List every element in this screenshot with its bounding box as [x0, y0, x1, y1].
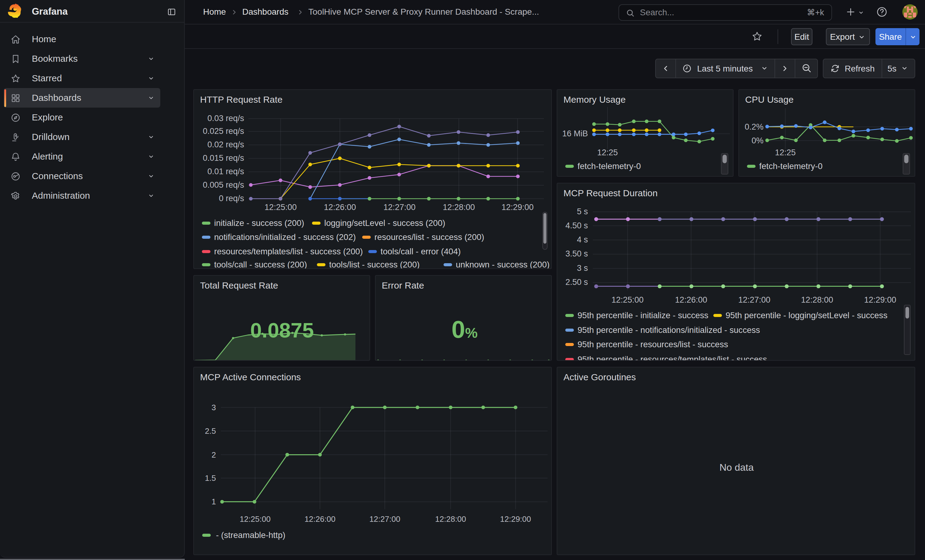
svg-text:3.50 s: 3.50 s: [565, 249, 588, 258]
svg-text:0.025 req/s: 0.025 req/s: [203, 126, 244, 136]
svg-text:3: 3: [212, 403, 216, 412]
svg-text:12:27:00: 12:27:00: [738, 295, 770, 305]
svg-text:0.0875: 0.0875: [250, 318, 314, 342]
svg-text:4.50 s: 4.50 s: [565, 221, 588, 230]
svg-text:tools/call - success (200): tools/call - success (200): [214, 260, 307, 269]
svg-text:- (streamable-http): - (streamable-http): [216, 530, 285, 540]
svg-text:16 MiB: 16 MiB: [562, 129, 588, 138]
svg-text:12:29:00: 12:29:00: [864, 295, 896, 305]
svg-text:12:29:00: 12:29:00: [500, 515, 531, 524]
svg-text:12:25:00: 12:25:00: [240, 515, 270, 524]
svg-text:2: 2: [212, 450, 216, 459]
svg-text:12:25: 12:25: [597, 148, 618, 157]
svg-text:logging/setLevel - success (20: logging/setLevel - success (200): [324, 218, 445, 228]
svg-text:5 s: 5 s: [577, 207, 588, 216]
svg-text:resources/list - success (200): resources/list - success (200): [374, 232, 484, 242]
svg-text:12:26:00: 12:26:00: [304, 515, 335, 524]
svg-text:0.03 req/s: 0.03 req/s: [207, 114, 244, 123]
svg-text:0 req/s: 0 req/s: [219, 194, 244, 203]
svg-text:0%: 0%: [452, 316, 478, 343]
svg-text:resources/templates/list - suc: resources/templates/list - success (200): [214, 247, 363, 256]
svg-text:tools/list - success (200): tools/list - success (200): [329, 260, 420, 269]
svg-text:unknown - success (200): unknown - success (200): [456, 260, 550, 269]
svg-text:1.5: 1.5: [205, 473, 216, 483]
svg-text:0.015 req/s: 0.015 req/s: [203, 153, 244, 163]
svg-text:12:25:00: 12:25:00: [265, 203, 297, 212]
svg-text:0.2%: 0.2%: [744, 122, 764, 131]
svg-text:1: 1: [212, 497, 216, 506]
svg-text:3 s: 3 s: [577, 263, 588, 273]
svg-text:12:26:00: 12:26:00: [324, 203, 356, 212]
svg-text:fetch-telemetry-0: fetch-telemetry-0: [577, 161, 641, 171]
svg-text:12:25: 12:25: [775, 148, 796, 157]
svg-text:0%: 0%: [752, 136, 764, 145]
svg-text:2.50 s: 2.50 s: [565, 278, 588, 287]
svg-text:95th percentile - logging/setL: 95th percentile - logging/setLevel - suc…: [726, 311, 887, 320]
svg-text:notifications/initialized - su: notifications/initialized - success (202…: [214, 232, 356, 242]
svg-text:12:28:00: 12:28:00: [443, 203, 475, 212]
svg-text:12:27:00: 12:27:00: [369, 515, 400, 524]
svg-text:12:25:00: 12:25:00: [612, 295, 643, 305]
svg-text:tools/call - error (404): tools/call - error (404): [381, 247, 461, 256]
svg-text:0.005 req/s: 0.005 req/s: [203, 180, 244, 189]
svg-text:95th percentile - initialize -: 95th percentile - initialize - success: [577, 311, 708, 320]
svg-text:12:29:00: 12:29:00: [501, 203, 533, 212]
svg-text:4 s: 4 s: [577, 235, 588, 244]
svg-text:fetch-telemetry-0: fetch-telemetry-0: [759, 161, 823, 171]
svg-text:0.02 req/s: 0.02 req/s: [207, 140, 244, 149]
svg-text:12:26:00: 12:26:00: [675, 295, 707, 305]
svg-text:95th percentile - notification: 95th percentile - notifications/initiali…: [577, 325, 760, 335]
svg-text:12:28:00: 12:28:00: [801, 295, 833, 305]
svg-text:2.5: 2.5: [205, 426, 216, 435]
svg-text:95th percentile - resources/te: 95th percentile - resources/templates/li…: [577, 354, 767, 361]
svg-text:12:27:00: 12:27:00: [383, 203, 416, 212]
svg-text:12:28:00: 12:28:00: [435, 515, 466, 524]
svg-text:95th percentile - resources/li: 95th percentile - resources/list - succe…: [577, 339, 728, 349]
svg-text:initialize - success (200): initialize - success (200): [214, 218, 304, 228]
svg-text:0.01 req/s: 0.01 req/s: [207, 167, 244, 176]
